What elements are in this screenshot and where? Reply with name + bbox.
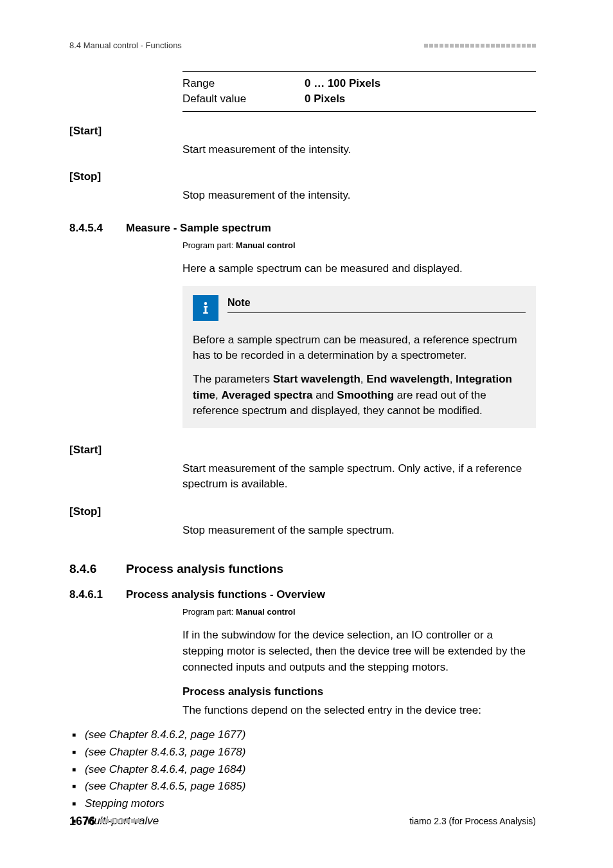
subintro-paf: The functions depend on the selected ent… [182,703,536,719]
start-body-2: Start measurement of the sample spectrum… [182,461,536,493]
stop-intensity-block: [Stop] Stop measurement of the intensity… [69,169,536,203]
start-body: Start measurement of the intensity. [182,142,536,158]
list-item: (see Chapter 8.4.6.4, page 1684) [69,762,536,778]
svg-rect-3 [203,312,208,313]
stop-spectrum-block: [Stop] Stop measurement of the sample sp… [69,504,536,538]
page-number: 1676 [69,813,95,829]
program-part-8454: Program part: Manual control [182,240,536,252]
range-label: Range [182,76,305,92]
note-p2: The parameters Start wavelength, End wav… [193,372,526,419]
default-label: Default value [182,91,305,107]
program-prefix: Program part: [182,240,236,250]
note-title: Note [227,295,526,310]
svg-point-0 [204,302,207,305]
start-term-2: [Start] [69,442,536,458]
section-num-8461: 8.4.6.1 [69,587,126,603]
header-decoration [424,44,536,48]
footer-right: tiamo 2.3 (for Process Analysis) [409,815,536,827]
program-bold: Manual control [236,240,295,250]
program-prefix-2: Program part: [182,607,236,617]
list-item: Stepping motors [69,796,536,812]
start-intensity-block: [Start] Start measurement of the intensi… [69,123,536,158]
section-8461: 8.4.6.1 Process analysis functions - Ove… [69,587,536,603]
section-title-8461: Process analysis functions - Overview [126,587,325,603]
list-item: (see Chapter 8.4.6.5, page 1685) [69,779,536,795]
program-part-8461: Program part: Manual control [182,606,536,619]
list-item: (see Chapter 8.4.6.2, page 1677) [69,727,536,743]
info-icon [193,295,218,321]
start-term: [Start] [69,123,536,140]
start-spectrum-block: [Start] Start measurement of the sample … [69,442,536,493]
section-title-846: Process analysis functions [126,560,283,578]
svg-rect-2 [205,306,207,313]
program-bold-2: Manual control [236,607,295,617]
stop-term: [Stop] [69,169,536,185]
footer-decoration [100,819,140,823]
stop-body-2: Stop measurement of the sample spectrum. [182,523,536,539]
intro-8461: If in the subwindow for the device selec… [182,628,536,675]
page-footer: 1676 tiamo 2.3 (for Process Analysis) [69,813,536,829]
param-table: Range 0 … 100 Pixels Default value 0 Pix… [182,71,536,112]
stop-body: Stop measurement of the intensity. [182,188,536,204]
note-body: Before a sample spectrum can be measured… [193,332,526,419]
note-box: Note Before a sample spectrum can be mea… [182,286,536,428]
section-num-846: 8.4.6 [69,560,126,578]
stop-term-2: [Stop] [69,504,536,520]
section-num: 8.4.5.4 [69,221,126,237]
intro-8454: Here a sample spectrum can be measured a… [182,261,536,277]
header-section-label: 8.4 Manual control - Functions [69,40,182,52]
section-title: Measure - Sample spectrum [126,221,271,237]
subhead-paf: Process analysis functions [182,684,536,700]
section-846: 8.4.6 Process analysis functions [69,560,536,578]
note-p1: Before a sample spectrum can be measured… [193,332,526,364]
list-item: (see Chapter 8.4.6.3, page 1678) [69,745,536,761]
page-header: 8.4 Manual control - Functions [69,40,536,52]
section-8454: 8.4.5.4 Measure - Sample spectrum [69,221,536,237]
default-value: 0 Pixels [305,91,345,107]
range-value: 0 … 100 Pixels [305,76,380,92]
